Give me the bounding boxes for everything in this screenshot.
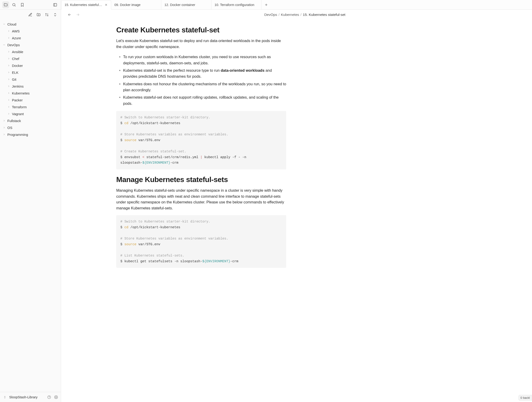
tree-item-label: Docker xyxy=(12,64,23,68)
chevron-right-icon[interactable] xyxy=(7,112,11,116)
chevron-down-icon[interactable] xyxy=(2,22,6,26)
tree-item-label: Ansible xyxy=(12,50,23,54)
tree-item-label: Packer xyxy=(12,98,23,102)
breadcrumb: DevOps / Kubernetes / 15. Kubernetes sta… xyxy=(83,13,526,17)
tree-item-cloud[interactable]: Cloud xyxy=(0,21,61,28)
breadcrumb-item[interactable]: 15. Kubernetes stateful-set xyxy=(303,13,345,17)
tree-item-label: Kubernetes xyxy=(12,91,30,95)
tree-item-aws[interactable]: AWS xyxy=(0,28,61,34)
chevron-right-icon[interactable] xyxy=(2,126,6,130)
tree-item-label: ELK xyxy=(12,71,18,74)
list-item: Kubernetes stateful-set does not support… xyxy=(123,94,286,106)
paragraph: Let's execute Kubernetes stateful-set to… xyxy=(116,38,286,50)
tree-item-programming[interactable]: Programming xyxy=(0,131,61,138)
svg-rect-1 xyxy=(54,3,57,6)
tree-item-label: DevOps xyxy=(7,43,20,47)
tab[interactable]: 10. Terraform configuration xyxy=(211,0,261,9)
heading-create: Create Kubernetes stateful-set xyxy=(116,26,286,34)
chevron-right-icon[interactable] xyxy=(7,98,11,102)
tree-item-label: Git xyxy=(12,78,16,81)
paragraph: Managing Kubernetes stateful-sets under … xyxy=(116,188,286,211)
editor-content[interactable]: Create Kubernetes stateful-set Let's exe… xyxy=(61,20,532,402)
chevron-right-icon[interactable] xyxy=(7,105,11,109)
code-block-create: # Switch to Kubernetes starter-kit direc… xyxy=(116,111,286,169)
tab[interactable]: 12. Docker container xyxy=(161,0,211,9)
chevron-right-icon[interactable] xyxy=(2,119,6,123)
breadcrumb-sep: / xyxy=(279,13,279,17)
search-icon[interactable] xyxy=(11,1,18,8)
tree-item-label: AWS xyxy=(12,29,20,33)
close-icon[interactable] xyxy=(105,3,108,6)
tree-item-devops[interactable]: DevOps xyxy=(0,41,61,48)
folder-icon[interactable] xyxy=(2,1,9,8)
chevron-right-icon[interactable] xyxy=(7,71,11,74)
new-tab-button[interactable] xyxy=(261,0,271,9)
heading-manage: Manage Kubernetes stateful-sets xyxy=(116,175,286,184)
bookmark-icon[interactable] xyxy=(19,1,26,8)
tab[interactable]: 09. Docker image xyxy=(111,0,161,9)
tree-item-elk[interactable]: ELK xyxy=(0,69,61,76)
tree-item-label: OS xyxy=(7,126,13,130)
sidebar-actions xyxy=(0,10,61,20)
sidebar-footer: SloopStash-Library xyxy=(0,392,61,402)
chevron-right-icon[interactable] xyxy=(7,91,11,95)
main-pane: 15. Kubernetes stateful-s...09. Docker i… xyxy=(61,0,532,402)
tree-item-azure[interactable]: Azure xyxy=(0,34,61,41)
chevron-right-icon[interactable] xyxy=(7,57,11,60)
tree-item-packer[interactable]: Packer xyxy=(0,97,61,104)
breadcrumb-item[interactable]: Kubernetes xyxy=(281,13,299,17)
chevron-right-icon[interactable] xyxy=(7,84,11,88)
tree-item-os[interactable]: OS xyxy=(0,124,61,131)
tab-label: 09. Docker image xyxy=(114,3,158,7)
tree-item-chef[interactable]: Chef xyxy=(0,55,61,62)
tree-item-label: Fullstack xyxy=(7,119,21,123)
backlinks-indicator[interactable]: 0 backl xyxy=(519,395,532,401)
svg-point-2 xyxy=(48,396,51,399)
tree-item-kubernetes[interactable]: Kubernetes xyxy=(0,90,61,97)
tree-item-label: Programming xyxy=(7,133,28,136)
list-item: To run your custom workloads in Kubernet… xyxy=(123,54,286,66)
file-tree: CloudAWSAzureDevOpsAnsibleChefDockerELKG… xyxy=(0,20,61,392)
panel-toggle-icon[interactable] xyxy=(52,1,59,8)
code-block-manage: # Switch to Kubernetes starter-kit direc… xyxy=(116,215,286,268)
tree-item-docker[interactable]: Docker xyxy=(0,62,61,69)
settings-icon[interactable] xyxy=(54,395,59,399)
tab-bar: 15. Kubernetes stateful-s...09. Docker i… xyxy=(61,0,532,10)
nav-forward-button[interactable] xyxy=(75,12,81,18)
tree-item-terraform[interactable]: Terraform xyxy=(0,104,61,110)
collapse-all-icon[interactable] xyxy=(52,11,59,18)
tree-item-git[interactable]: Git xyxy=(0,76,61,83)
sidebar: CloudAWSAzureDevOpsAnsibleChefDockerELKG… xyxy=(0,0,61,402)
bullet-list: To run your custom workloads in Kubernet… xyxy=(116,54,286,106)
svg-point-0 xyxy=(13,3,15,6)
svg-point-3 xyxy=(56,397,57,398)
tree-item-ansible[interactable]: Ansible xyxy=(0,48,61,55)
breadcrumb-item[interactable]: DevOps xyxy=(264,13,277,17)
sub-toolbar: DevOps / Kubernetes / 15. Kubernetes sta… xyxy=(61,10,532,20)
new-note-icon[interactable] xyxy=(27,11,34,18)
sort-icon[interactable] xyxy=(44,11,50,18)
tab-label: 15. Kubernetes stateful-s... xyxy=(64,3,103,7)
tree-item-label: Vagrant xyxy=(12,112,24,116)
tree-item-label: Azure xyxy=(12,36,21,40)
nav-back-button[interactable] xyxy=(67,12,73,18)
new-folder-icon[interactable] xyxy=(35,11,42,18)
chevron-right-icon[interactable] xyxy=(7,29,11,33)
chevron-right-icon[interactable] xyxy=(2,133,6,136)
tree-item-fullstack[interactable]: Fullstack xyxy=(0,117,61,124)
chevron-right-icon[interactable] xyxy=(7,50,11,53)
tree-item-label: Cloud xyxy=(7,22,16,26)
tree-item-jenkins[interactable]: Jenkins xyxy=(0,83,61,90)
tab[interactable]: 15. Kubernetes stateful-s... xyxy=(61,0,111,10)
chevron-right-icon[interactable] xyxy=(7,36,11,40)
breadcrumb-sep: / xyxy=(300,13,301,17)
chevron-right-icon[interactable] xyxy=(7,78,11,81)
chevron-down-icon[interactable] xyxy=(2,43,6,47)
library-name[interactable]: SloopStash-Library xyxy=(9,395,38,399)
chevron-right-icon[interactable] xyxy=(7,64,11,67)
library-switcher-icon[interactable] xyxy=(2,396,7,399)
tree-item-vagrant[interactable]: Vagrant xyxy=(0,110,61,117)
help-icon[interactable] xyxy=(47,395,52,399)
tab-label: 12. Docker container xyxy=(165,3,208,7)
list-item: Kubernetes does not honour the clusterin… xyxy=(123,81,286,93)
